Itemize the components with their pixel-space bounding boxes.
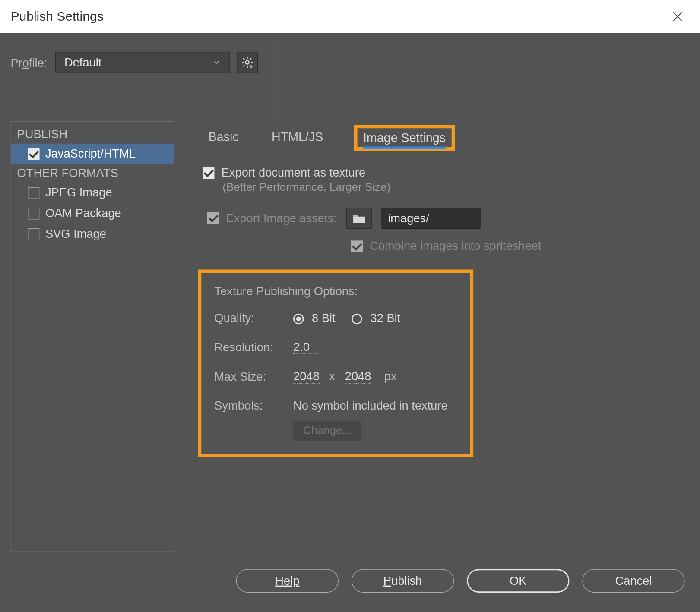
folder-icon [352,212,366,224]
close-icon [671,10,684,23]
checkbox-js-html[interactable] [28,148,39,160]
sidebar-publish-header: PUBLISH [11,125,174,143]
svg-line-7 [250,58,251,60]
profile-divider [277,33,277,121]
export-texture-label: Export document as texture [222,166,365,179]
sidebar-item-jpeg[interactable]: JPEG Image [11,183,174,203]
sidebar-item-label: JPEG Image [45,186,112,199]
texture-options-header: Texture Publishing Options: [214,285,457,298]
dialog-footer: Help Publish OK Cancel [0,558,700,612]
profile-gear-button[interactable] [237,52,258,73]
combine-spritesheet-row: Combine images into spritesheet [203,240,690,253]
symbols-change-button[interactable]: Change... [293,421,361,441]
combine-spritesheet-label: Combine images into spritesheet [370,240,541,253]
close-button[interactable] [669,8,686,25]
radio-32bit[interactable] [352,313,362,324]
tabs: Basic HTML/JS Image Settings [198,125,689,151]
tab-image-settings-highlight: Image Settings [354,125,455,151]
sidebar-item-oam[interactable]: OAM Package [11,203,174,224]
sidebar-item-label: OAM Package [45,207,121,220]
export-image-assets-label: Export Image assets: [226,211,337,225]
svg-point-0 [246,61,249,64]
checkbox-jpeg[interactable] [28,187,39,199]
checkbox-export-image-assets [207,212,219,224]
checkbox-export-texture[interactable] [203,167,214,179]
checkbox-oam[interactable] [28,208,39,219]
sidebar-item-svg[interactable]: SVG Image [11,224,174,244]
profile-label: Profile: [11,57,48,70]
cancel-button[interactable]: Cancel [582,569,684,593]
sidebar-item-label: JavaScript/HTML [45,147,136,161]
symbols-label: Symbols: [214,399,293,412]
browse-folder-button[interactable] [346,208,372,229]
resolution-label: Resolution: [214,341,293,354]
profile-select[interactable]: Default [56,52,230,73]
profile-select-value: Default [64,56,101,69]
radio-32bit-label: 32 Bit [371,311,401,324]
sidebar-other-header: OTHER FORMATS [11,164,174,182]
maxsize-height-input[interactable]: 2048 [345,369,371,384]
checkbox-svg[interactable] [28,228,39,240]
maxsize-unit: px [384,369,397,382]
sidebar-item-label: SVG Image [45,227,106,240]
format-sidebar: PUBLISH JavaScript/HTML OTHER FORMATS JP… [11,121,174,552]
tab-html-js[interactable]: HTML/JS [269,128,326,148]
checkbox-combine-spritesheet [351,240,363,252]
export-image-assets-row: Export Image assets: [207,211,337,225]
tab-image-settings[interactable]: Image Settings [363,131,446,149]
svg-line-5 [244,58,245,60]
publish-button[interactable]: Publish [352,569,454,593]
export-doc-as-texture-row: Export document as texture [203,166,690,179]
gear-icon [241,56,254,69]
maxsize-label: Max Size: [214,370,293,383]
texture-options-highlight: Texture Publishing Options: Quality: 8 B… [198,269,473,457]
radio-8bit-label: 8 Bit [312,311,336,324]
radio-8bit[interactable] [293,313,304,324]
help-button[interactable]: Help [236,569,339,593]
chevron-down-icon [213,56,221,69]
symbols-value: No symbol included in texture [293,399,457,412]
ok-button[interactable]: OK [467,569,569,593]
tab-basic[interactable]: Basic [206,128,241,148]
sidebar-item-javascript-html[interactable]: JavaScript/HTML [11,144,174,164]
resolution-input[interactable]: 2.0 [293,340,318,354]
dialog-title: Publish Settings [11,9,104,24]
images-path-input[interactable]: images/ [381,208,480,229]
svg-line-8 [244,65,245,66]
quality-label: Quality: [214,311,293,325]
titlebar: Publish Settings [0,0,700,33]
maxsize-width-input[interactable]: 2048 [293,369,320,384]
svg-line-6 [250,65,251,66]
export-texture-subtitle: (Better Performance, Larger Size) [203,181,690,194]
